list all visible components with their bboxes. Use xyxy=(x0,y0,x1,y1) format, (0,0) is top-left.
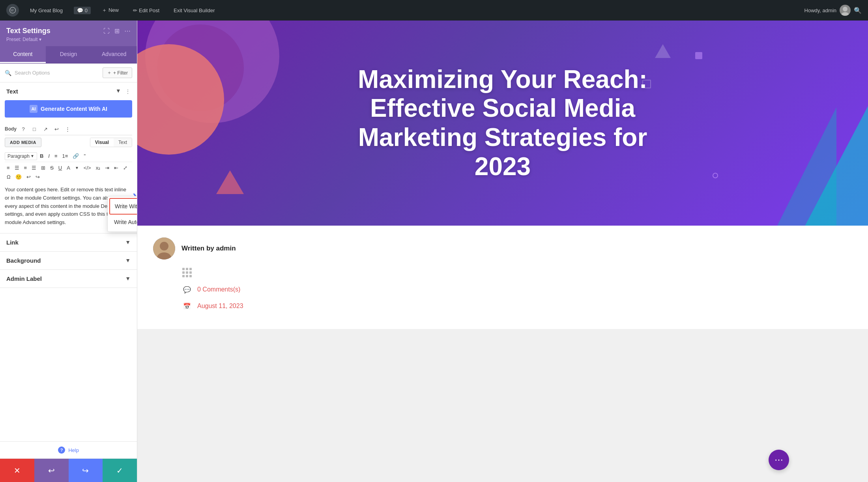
search-row: 🔍 ＋ + Filter xyxy=(0,64,137,82)
admin-avatar[interactable] xyxy=(840,5,851,16)
tab-content[interactable]: Content xyxy=(0,46,46,63)
hero-title: Maximizing Your Reach: Effective Social … xyxy=(341,65,664,181)
text-section-header[interactable]: Text ▲ ⋮ xyxy=(0,82,137,100)
undo2-button[interactable]: ↩ xyxy=(24,173,33,181)
undo-button[interactable]: ↩ xyxy=(34,459,69,482)
tab-design[interactable]: Design xyxy=(46,46,92,63)
admin-label-section-chevron[interactable]: ▼ xyxy=(125,275,131,282)
add-media-button[interactable]: ADD MEDIA xyxy=(5,138,41,147)
ordered-list-button[interactable]: 1≡ xyxy=(60,152,70,160)
write-with-ai-menu-item[interactable]: Write With AI xyxy=(109,198,137,215)
background-section-title: Background xyxy=(6,257,41,264)
save-icon: ✓ xyxy=(116,466,123,475)
link-section: Link ▼ xyxy=(0,234,137,252)
help-tooltip-icon[interactable]: ? xyxy=(19,125,28,133)
grid-icon xyxy=(181,267,193,278)
text-tab[interactable]: Text xyxy=(114,138,132,147)
help-footer[interactable]: ? Help xyxy=(0,441,137,458)
dropdown2-icon[interactable]: ▼ xyxy=(73,164,81,171)
admin-label-section-header[interactable]: Admin Label ▼ xyxy=(0,270,137,288)
text-section: Text ▲ ⋮ AI Generate Content With AI Bod… xyxy=(0,82,137,234)
write-automatically-menu-item[interactable]: Write Automatically xyxy=(109,215,137,230)
more-options-icon[interactable]: ⋯ xyxy=(124,27,131,35)
panel-tabs: Content Design Advanced xyxy=(0,46,137,64)
editor-body[interactable]: Your content goes here. Edit or remove t… xyxy=(5,184,132,228)
comments-icon: 💬 xyxy=(181,284,193,295)
link-section-chevron[interactable]: ▼ xyxy=(125,239,131,245)
blockquote-button[interactable]: " xyxy=(82,152,88,160)
align-right-button[interactable]: ≡ xyxy=(22,164,29,172)
undo-editor-icon[interactable]: ↩ xyxy=(52,125,61,133)
generate-ai-button[interactable]: AI Generate Content With AI xyxy=(5,100,132,118)
site-name-link[interactable]: My Great Blog xyxy=(27,6,66,15)
subscript-button[interactable]: x₂ xyxy=(94,164,103,172)
underline-button[interactable]: U xyxy=(56,164,64,172)
link-section-header[interactable]: Link ▼ xyxy=(0,234,137,251)
format-toolbar-1: Paragraph ▼ B I ≡ 1≡ 🔗 " xyxy=(5,152,132,162)
mobile-preview-icon[interactable]: □ xyxy=(30,125,39,133)
visual-text-tabs: Visual Text xyxy=(90,138,132,147)
comments-bubble[interactable]: 💬 0 xyxy=(74,7,91,14)
emoji-button[interactable]: 🙂 xyxy=(13,173,24,181)
svg-text:W: W xyxy=(11,9,14,12)
panel-header: Text Settings ⛶ ⊞ ⋯ Preset: Default ▾ xyxy=(0,21,137,46)
more-editor-icon[interactable]: ⋮ xyxy=(63,125,72,133)
format-code-button[interactable]: </> xyxy=(82,164,93,172)
font-color-button[interactable]: A xyxy=(65,164,72,172)
fullscreen-icon[interactable]: ⛶ xyxy=(103,28,110,35)
date-meta-row: 📅 August 11, 2023 xyxy=(181,301,852,312)
cancel-button[interactable]: ✕ xyxy=(0,459,34,482)
align-center-button[interactable]: ☰ xyxy=(13,164,21,172)
post-date: August 11, 2023 xyxy=(197,303,243,310)
exit-builder-link[interactable]: Exit Visual Builder xyxy=(170,6,218,15)
bold-button[interactable]: B xyxy=(38,152,45,160)
admin-label-section-title: Admin Label xyxy=(6,275,42,282)
text-section-chevron[interactable]: ▲ xyxy=(116,88,121,95)
table-button[interactable]: ⊞ xyxy=(39,164,47,172)
italic-button[interactable]: I xyxy=(46,152,52,160)
panel-header-icons: ⛶ ⊞ ⋯ xyxy=(103,27,131,35)
save-button[interactable]: ✓ xyxy=(103,459,137,482)
tab-advanced[interactable]: Advanced xyxy=(91,46,137,63)
columns-icon[interactable]: ⊞ xyxy=(114,27,120,35)
filter-button[interactable]: ＋ + Filter xyxy=(103,67,132,78)
strikethrough-button[interactable]: S xyxy=(48,164,56,172)
search-icon[interactable]: 🔍 xyxy=(854,7,862,14)
ai-button-label: Generate Content With AI xyxy=(41,106,107,112)
wp-logo-icon[interactable]: W xyxy=(6,4,19,17)
comments-count: 0 Comments(s) xyxy=(197,286,240,293)
new-link[interactable]: ＋New xyxy=(99,5,122,15)
special-char-button[interactable]: Ω xyxy=(5,173,13,181)
redo-button[interactable]: ↪ xyxy=(69,459,103,482)
body-label: Body xyxy=(5,126,17,132)
hero-banner: Maximizing Your Reach: Effective Social … xyxy=(137,21,868,226)
edit-post-link[interactable]: ✏Edit Post xyxy=(130,6,163,15)
link-section-icons: ▼ xyxy=(125,239,131,245)
wp-admin-bar: W My Great Blog 💬 0 ＋New ✏Edit Post Exit… xyxy=(0,0,868,21)
help-label: Help xyxy=(68,447,79,453)
preset-row[interactable]: Preset: Default ▾ xyxy=(6,37,131,42)
link-button[interactable]: 🔗 xyxy=(71,152,81,160)
floating-action-button[interactable]: ⋯ xyxy=(769,450,789,470)
text-section-more-icon[interactable]: ⋮ xyxy=(125,88,131,95)
search-input[interactable] xyxy=(15,70,99,76)
author-avatar xyxy=(153,237,175,260)
unordered-list-button[interactable]: ≡ xyxy=(52,152,60,160)
redo2-button[interactable]: ↪ xyxy=(34,173,42,181)
arrow-icon[interactable]: ↗ xyxy=(41,125,50,133)
align-left-button[interactable]: ≡ xyxy=(5,164,12,172)
bottom-action-bar: ✕ ↩ ↪ ✓ xyxy=(0,458,137,482)
paragraph-select[interactable]: Paragraph ▼ xyxy=(5,152,37,160)
svg-point-3 xyxy=(841,12,849,16)
content-area: Maximizing Your Reach: Effective Social … xyxy=(137,21,868,482)
paragraph-dropdown-icon: ▼ xyxy=(30,154,34,158)
outdent-button[interactable]: ⇤ xyxy=(112,164,120,172)
indent-button[interactable]: ⇥ xyxy=(103,164,111,172)
deco-white-triangle xyxy=(655,44,671,58)
background-section-header[interactable]: Background ▼ xyxy=(0,252,137,269)
visual-tab[interactable]: Visual xyxy=(90,138,114,147)
author-name: Written by admin xyxy=(181,245,236,252)
align-justify-button[interactable]: ☰ xyxy=(30,164,38,172)
background-section-chevron[interactable]: ▼ xyxy=(125,257,131,263)
fullscreen-editor-button[interactable]: ⤢ xyxy=(121,164,129,172)
